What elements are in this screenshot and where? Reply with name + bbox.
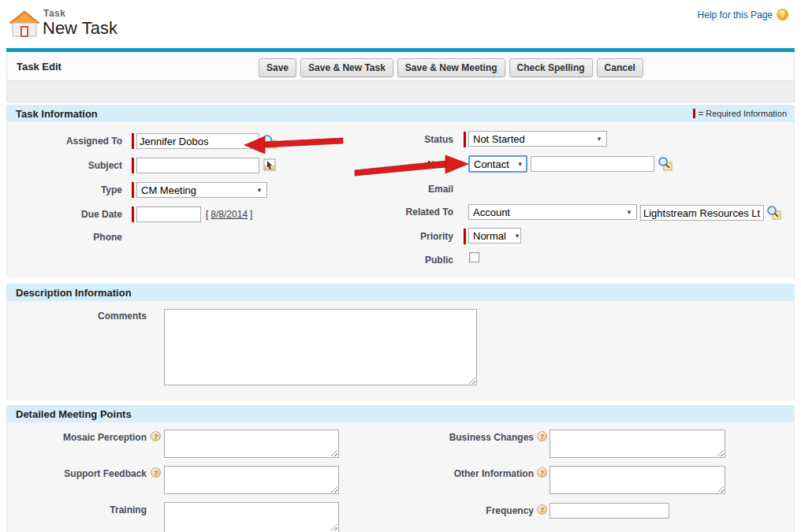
detailed-meeting-points-title: Detailed Meeting Points	[16, 408, 132, 420]
business-changes-textarea[interactable]	[550, 430, 725, 458]
task-entity-icon	[8, 9, 41, 43]
type-select[interactable]: CM Meeting	[136, 182, 267, 198]
support-feedback-textarea[interactable]	[164, 466, 339, 494]
description-information-header: Description Information	[6, 284, 795, 301]
type-label: Type	[6, 184, 122, 195]
comments-label: Comments	[6, 311, 147, 322]
help-for-this-page-link[interactable]: Help for this Page	[698, 9, 773, 20]
required-legend: = Required Information	[693, 109, 787, 118]
mosaic-perception-label: Mosaic Perception	[6, 432, 147, 443]
assigned-to-lookup-icon[interactable]	[262, 134, 277, 149]
assigned-to-required-bar	[132, 133, 134, 149]
chevron-down-icon	[618, 209, 632, 216]
type-required-bar	[132, 182, 134, 198]
description-information-title: Description Information	[16, 287, 132, 299]
due-date-input[interactable]	[136, 206, 201, 222]
priority-required-bar	[464, 229, 466, 244]
task-information-title: Task Information	[16, 108, 98, 120]
public-checkbox[interactable]	[469, 252, 479, 262]
task-edit-title: Task Edit	[17, 61, 61, 73]
related-to-label: Related To	[331, 206, 453, 218]
frequency-label: Frequency	[390, 505, 534, 516]
status-label: Status	[331, 134, 453, 145]
mosaic-perception-textarea[interactable]	[164, 430, 339, 458]
related-to-entity-select[interactable]: Account	[468, 204, 637, 220]
button-row: Save Save & New Task Save & New Meeting …	[259, 58, 643, 77]
type-select-value: CM Meeting	[141, 184, 196, 196]
support-feedback-help-icon[interactable]	[151, 467, 161, 478]
assigned-to-input[interactable]	[136, 133, 259, 149]
subject-label: Subject	[6, 160, 122, 171]
training-label: Training	[6, 504, 147, 515]
phone-label: Phone	[6, 232, 122, 243]
support-feedback-label: Support Feedback	[6, 468, 147, 479]
name-entity-select-value: Contact	[474, 158, 509, 170]
subject-required-bar	[132, 158, 134, 173]
frequency-help-icon[interactable]	[537, 504, 547, 515]
chevron-down-icon	[248, 187, 263, 194]
required-legend-text: = Required Information	[699, 109, 787, 118]
new-task-page: Task New Task Help for this Page Task Ed…	[0, 0, 801, 532]
name-input[interactable]	[531, 156, 654, 172]
name-entity-select[interactable]: Contact	[468, 155, 527, 173]
due-date-today-wrap: [8/8/2014]	[206, 209, 252, 220]
other-information-help-icon[interactable]	[537, 467, 547, 478]
save-and-new-task-button[interactable]: Save & New Task	[300, 58, 393, 77]
page-title: New Task	[43, 18, 117, 39]
priority-select-value: Normal	[473, 230, 506, 242]
name-lookup-icon[interactable]	[658, 156, 672, 171]
subject-input[interactable]	[136, 158, 259, 173]
related-to-entity-select-value: Account	[473, 206, 510, 218]
comments-textarea[interactable]	[164, 309, 477, 385]
help-area: Help for this Page	[698, 9, 788, 20]
detailed-meeting-points-header: Detailed Meeting Points	[6, 405, 795, 422]
related-to-input[interactable]	[640, 205, 764, 221]
cancel-button[interactable]: Cancel	[597, 58, 643, 77]
status-required-bar	[464, 132, 466, 147]
other-information-label: Other Information	[390, 468, 534, 479]
subject-picklist-icon[interactable]	[263, 158, 277, 172]
bracket-close: ]	[250, 209, 252, 220]
check-spelling-button[interactable]: Check Spelling	[509, 58, 593, 77]
email-label: Email	[331, 184, 453, 195]
status-select-value: Not Started	[473, 133, 525, 145]
task-edit-toolbar: Task Edit Save Save & New Task Save & Ne…	[6, 52, 795, 81]
help-question-icon[interactable]	[777, 9, 788, 20]
business-changes-label: Business Changes	[390, 432, 534, 443]
status-select[interactable]: Not Started	[468, 131, 607, 147]
toolbar-lower-strip	[6, 81, 795, 102]
due-date-today-link[interactable]: 8/8/2014	[210, 209, 248, 220]
training-textarea[interactable]	[164, 502, 339, 532]
business-changes-help-icon[interactable]	[537, 431, 547, 441]
priority-select[interactable]: Normal	[468, 228, 521, 244]
frequency-input[interactable]	[550, 503, 669, 519]
name-label: Name	[331, 159, 453, 170]
save-button[interactable]: Save	[259, 58, 296, 77]
mosaic-perception-help-icon[interactable]	[151, 431, 161, 441]
bracket-open: [	[206, 209, 208, 220]
chevron-down-icon	[506, 233, 520, 240]
record-type-label: Task	[43, 8, 65, 19]
due-date-label: Due Date	[6, 209, 122, 220]
public-label: Public	[331, 255, 453, 266]
required-legend-bar	[693, 109, 695, 118]
chevron-down-icon	[588, 136, 602, 143]
save-and-new-meeting-button[interactable]: Save & New Meeting	[397, 58, 505, 77]
other-information-textarea[interactable]	[550, 466, 725, 494]
task-information-header: Task Information = Required Information	[6, 105, 795, 122]
due-date-required-bar	[132, 206, 134, 222]
priority-label: Priority	[331, 231, 453, 242]
chevron-down-icon	[509, 161, 523, 168]
assigned-to-label: Assigned To	[6, 136, 122, 147]
related-to-lookup-icon[interactable]	[766, 205, 781, 220]
